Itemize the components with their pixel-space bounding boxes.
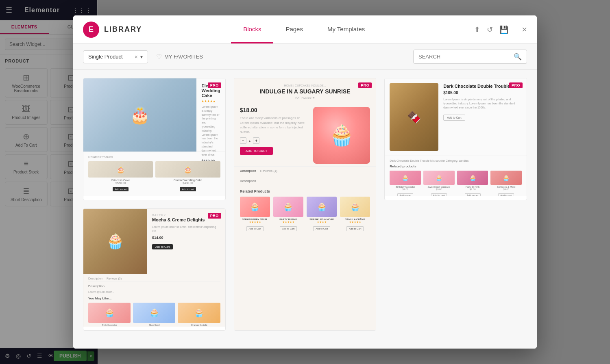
related-item-2: 🎂 Classic Wedding Cake $480.00 Add to ca… [155, 161, 220, 192]
tpl3-content: Dark Chocolate Double Trouble $105.00 Lo… [443, 83, 522, 151]
tab-blocks[interactable]: Blocks [231, 16, 273, 43]
tpl3-rel-img-2: 🧁 [423, 171, 455, 185]
modal-toolbar: Single Product × ▾ ♡ MY FAVORITES 🔍 [73, 44, 537, 70]
tpl4-cup-img-2: 🧁 [133, 303, 175, 323]
template-card-4[interactable]: PRO 🧁 BAKERY Mocha & Creme Delights Lore… [83, 208, 226, 331]
modal-header-actions: ⬆ ↺ 💾 × [474, 24, 527, 35]
tpl3-desc: Lorem Ipsum is simply dummy text of the … [443, 98, 522, 109]
tpl1-related-title: Related Products [88, 155, 220, 159]
tpl4-desc: Lorem ipsum dolor sit amet, consectetur … [152, 225, 220, 233]
tpl2-title: INDULGE IN A SUGARY SUNRISE [240, 89, 370, 95]
tpl3-images: 🍫 [390, 83, 438, 151]
tpl2-rel-1: 🧁 STRAWBERRY SWIRL ★★★★★ Add to Cart [240, 197, 270, 231]
tpl2-rel-img-4: 🧁 [340, 197, 370, 217]
tpl3-rel-btn-1: Add to cart [397, 193, 413, 196]
modal-nav-tabs: Blocks Pages My Templates [231, 16, 377, 43]
template-preview-1: 🎂 Elegant Wedding Cake ★★★★★ Lorem Ipsum… [83, 78, 225, 196]
template-preview-2: HOME | CUPCAKE | INDULGE... INDULGE IN A… [234, 78, 376, 330]
related-price-2: $480.00 [155, 182, 220, 184]
tpl4-desc-text: Lorem ipsum dolor... [88, 290, 220, 293]
related-img-2: 🎂 [155, 161, 220, 178]
modal-header: E LIBRARY Blocks Pages My Templates ⬆ ↺ … [73, 15, 537, 44]
tpl4-tab-2[interactable]: Reviews (3) [107, 277, 122, 280]
tpl4-cupcakes-row: 🧁 Pink Cupcake 🧁 Blue Swirl 🧁 [88, 303, 220, 326]
tpl4-cup-img-1: 🧁 [88, 303, 131, 323]
tpl3-rel-4: 🧁 Sprinkles & More $9.00 Add to cart [490, 171, 522, 196]
tpl2-rel-stars-1: ★★★★★ [240, 221, 270, 224]
related-price-1: $550.00 [88, 182, 153, 184]
tpl3-rel-img-4: 🧁 [490, 171, 522, 185]
qty-plus[interactable]: + [253, 137, 259, 144]
tpl4-bottom: Description Reviews (3) Description Lore… [83, 274, 225, 327]
tpl2-tab-reviews[interactable]: Reviews (1) [260, 169, 277, 174]
related-name-1: Princess Cake [88, 179, 153, 182]
search-icon: 🔍 [514, 53, 522, 61]
template-preview-4: 🧁 BAKERY Mocha & Creme Delights Lorem ip… [83, 209, 225, 327]
tpl3-rel-img-3: 🧁 [457, 171, 488, 185]
tpl4-image: 🧁 [83, 209, 147, 274]
template-card-2[interactable]: PRO HOME | CUPCAKE | INDULGE... INDULGE … [234, 78, 377, 331]
tpl2-rel-2: 🧁 PARTY IN PINK ★★★★★ Add to Cart [273, 197, 303, 231]
template-search-input[interactable] [418, 54, 514, 60]
related-item-1: 🎂 Princess Cake $550.00 Add to cart [88, 161, 153, 192]
filter-value: Single Product [88, 54, 135, 60]
tpl4-cup-1: 🧁 Pink Cupcake [88, 303, 131, 326]
tpl2-cupcake-image: 🧁 [313, 107, 370, 164]
tpl2-rel-img-3: 🧁 [307, 197, 337, 217]
tpl4-add-btn: Add to Cart [152, 244, 173, 249]
tpl4-cup-2: 🧁 Blue Swirl [133, 303, 175, 326]
tpl1-cake-image: 🎂 [83, 78, 196, 152]
tpl4-tab-1[interactable]: Description [88, 277, 102, 280]
refresh-icon[interactable]: ↺ [487, 25, 493, 34]
filter-dropdown[interactable]: Single Product × ▾ [83, 50, 148, 63]
related-name-2: Classic Wedding Cake [155, 179, 220, 182]
tab-my-templates[interactable]: My Templates [315, 16, 377, 43]
tpl4-cup-name-2: Blue Swirl [133, 324, 175, 326]
tpl2-main: $18.00 There are many variations of pass… [234, 104, 376, 166]
template-card-3[interactable]: PRO 🍫 Dark Chocolate Double Trouble $105… [384, 78, 527, 200]
favorites-button[interactable]: ♡ MY FAVORITES [156, 53, 203, 61]
tpl3-rel-price-2: $9.00 [423, 188, 455, 191]
tpl3-info-row: Dark Chocolate Double Trouble Mix counte… [390, 159, 522, 162]
tpl2-rel-3: 🧁 SPRINKLES & MORE ★★★★ Add to Cart [307, 197, 337, 231]
tpl3-add-btn: Add to Cart [443, 115, 465, 121]
upload-icon[interactable]: ⬆ [474, 25, 480, 34]
pro-badge-1: PRO [208, 82, 221, 88]
tpl2-tab-description[interactable]: Description [240, 169, 256, 174]
tpl3-related-row: 🧁 Birthday Cupcake $9.00 Add to cart 🧁 S… [390, 171, 522, 196]
tpl2-related-section: Related Products 🧁 STRAWBERRY SWIRL ★★★★… [234, 187, 376, 234]
tpl2-rel-4: 🧁 VANILLA CRÈME ★★★★★ Add to Cart [340, 197, 370, 231]
qty-minus[interactable]: − [240, 137, 246, 144]
tpl3-rel-price-1: $9.00 [390, 188, 421, 191]
related-btn-2: Add to cart [180, 187, 196, 191]
tpl4-cup-name-3: Orange Delight [178, 324, 220, 326]
tpl4-desc-label: Description [88, 284, 220, 288]
filter-arrow-icon: ▾ [140, 54, 143, 60]
tpl2-rel-img-1: 🧁 [240, 197, 270, 217]
tpl4-cup-name-1: Pink Cupcake [88, 324, 131, 326]
tpl2-meta: RATING: 5/5 ★ [240, 96, 370, 100]
tpl3-rel-btn-2: Add to cart [431, 193, 447, 196]
template-card-1[interactable]: PRO 🎂 Elegant Wedding Cake ★★★★★ Lorem I… [83, 78, 226, 200]
save-icon[interactable]: 💾 [499, 25, 508, 34]
tpl2-price: $18.00 [240, 107, 309, 113]
tpl3-price: $105.00 [443, 91, 522, 95]
tab-pages[interactable]: Pages [273, 16, 315, 43]
library-logo: E [83, 22, 99, 38]
tpl2-rel-stars-3: ★★★★ [307, 221, 337, 224]
pro-badge-2: PRO [358, 82, 372, 88]
tpl2-rel-img-2: 🧁 [273, 197, 303, 217]
library-modal: E LIBRARY Blocks Pages My Templates ⬆ ↺ … [73, 15, 537, 349]
filter-clear-icon[interactable]: × [135, 54, 138, 60]
editor-background: ☰ Elementor ⋮⋮⋮ ELEMENTS GL... PRODUCT ⊞… [0, 0, 610, 364]
tpl2-details: $18.00 There are many variations of pass… [240, 107, 309, 164]
pro-badge-4: PRO [208, 213, 221, 219]
tpl2-related-row: 🧁 STRAWBERRY SWIRL ★★★★★ Add to Cart 🧁 P… [240, 197, 370, 231]
tpl3-rel-price-4: $9.00 [490, 188, 522, 191]
tpl2-add-btn: ADD TO CART [240, 147, 273, 155]
tpl3-top: 🍫 Dark Chocolate Double Trouble $105.00 … [385, 78, 527, 156]
search-container: 🔍 [413, 50, 527, 64]
close-button[interactable]: × [522, 24, 527, 35]
tpl3-main-img: 🍫 [390, 83, 438, 151]
tpl1-top: 🎂 Elegant Wedding Cake ★★★★★ Lorem Ipsum… [83, 78, 225, 152]
